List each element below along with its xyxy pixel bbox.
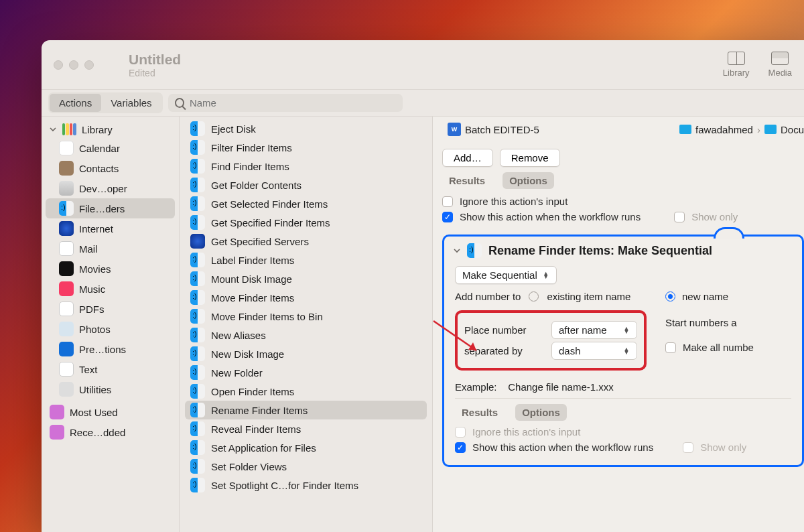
action-item[interactable]: Move Finder Items to Bin — [185, 307, 427, 326]
action-item[interactable]: Find Finder Items — [185, 157, 427, 176]
path-user[interactable]: fawadahmed — [695, 124, 753, 135]
disclosure-icon[interactable] — [50, 126, 56, 133]
action-label: Find Finder Items — [211, 161, 289, 172]
search-field[interactable] — [168, 94, 403, 112]
ignore-input-checkbox[interactable]: Ignore this action's input — [442, 196, 804, 207]
sidebar-item-music[interactable]: Music — [46, 279, 175, 299]
action-item[interactable]: Label Finder Items — [185, 251, 427, 269]
action-item[interactable]: Get Selected Finder Items — [185, 194, 427, 213]
action-item[interactable]: Filter Finder Items — [185, 138, 427, 157]
action-item[interactable]: Get Specified Finder Items — [185, 213, 427, 232]
highlight-box: Place number after name ▲▼ separated by — [455, 310, 647, 371]
checkbox-icon: ✓ — [455, 442, 466, 453]
tab-options[interactable]: Options — [503, 172, 554, 189]
sidebar-item-label: Utilities — [79, 384, 111, 395]
sidebar-item-label: Contacts — [79, 163, 119, 174]
sidebar-item-devoper[interactable]: Dev…oper — [46, 178, 175, 198]
action-item[interactable]: Rename Finder Items — [185, 401, 427, 419]
action-item[interactable]: Move Finder Items — [185, 288, 427, 307]
finder-icon — [190, 215, 205, 230]
sidebar-item-label: Text — [79, 364, 98, 375]
make-all-numbers-label[interactable]: Make all numbe — [683, 342, 754, 353]
remove-button[interactable]: Remove — [500, 149, 560, 167]
search-input[interactable] — [190, 97, 396, 109]
action-item[interactable]: Get Specified Servers — [185, 232, 427, 251]
checkbox-icon — [455, 427, 466, 438]
finder-icon — [467, 243, 482, 258]
tab-results[interactable]: Results — [455, 404, 505, 421]
show-when-run-checkbox[interactable]: Show this action when the workflow runs — [472, 442, 653, 453]
folder-icon — [50, 425, 64, 440]
action-item[interactable]: Get Folder Contents — [185, 176, 427, 194]
workflow-pane: W Batch EDITED-5 fawadahmed › Docu Add… … — [433, 117, 804, 532]
radio-existing-name[interactable] — [529, 291, 539, 302]
action-label: Set Application for Files — [211, 442, 316, 454]
sidebar-item-fileders[interactable]: File…ders — [46, 198, 175, 218]
segment-actions[interactable]: Actions — [50, 94, 101, 112]
show-when-run-checkbox[interactable]: Show this action when the workflow runs — [460, 211, 641, 222]
category-sidebar: Library CalendarContactsDev…operFile…der… — [42, 117, 180, 532]
sidebar-item-photos[interactable]: Photos — [46, 319, 175, 339]
sidebar-item-pdfs[interactable]: PDFs — [46, 299, 175, 319]
action-label: Rename Finder Items — [211, 405, 308, 416]
sidebar-item-text[interactable]: Text — [46, 359, 175, 379]
tab-options[interactable]: Options — [515, 404, 567, 421]
minimize-window-button[interactable] — [69, 60, 78, 70]
action-item[interactable]: Set Application for Files — [185, 438, 427, 457]
segment-variables[interactable]: Variables — [101, 94, 161, 112]
sidebar-item-mail[interactable]: Mail — [46, 239, 175, 259]
action-item[interactable]: Set Spotlight C…for Finder Items — [185, 476, 427, 494]
finder-icon — [190, 365, 205, 380]
sidebar-item-movies[interactable]: Movies — [46, 259, 175, 279]
sidebar-item-label: Movies — [79, 263, 111, 275]
action-item[interactable]: New Folder — [185, 363, 427, 382]
disclosure-icon[interactable] — [454, 247, 460, 254]
finder-icon — [190, 403, 205, 417]
separator-dropdown[interactable]: dash ▲▼ — [551, 342, 637, 360]
sidebar-item-internet[interactable]: Internet — [46, 218, 175, 239]
action-label: New Disk Image — [211, 348, 284, 360]
add-button[interactable]: Add… — [442, 149, 493, 167]
action-label: Reveal Finder Items — [211, 423, 301, 435]
sidebar-item-contacts[interactable]: Contacts — [46, 158, 175, 178]
media-button[interactable]: Media — [768, 52, 792, 78]
action-item[interactable]: Mount Disk Image — [185, 269, 427, 288]
radio-new-name[interactable] — [665, 291, 675, 302]
folder-icon — [764, 125, 777, 134]
action-item[interactable]: Reveal Finder Items — [185, 419, 427, 438]
category-icon — [59, 322, 74, 336]
action-label: Mount Disk Image — [211, 273, 292, 285]
rename-mode-dropdown[interactable]: Make Sequential ▲▼ — [455, 266, 557, 284]
sidebar-item-label: Music — [79, 283, 105, 295]
action-item[interactable]: Eject Disk — [185, 119, 427, 138]
finder-icon — [190, 196, 205, 211]
finder-icon — [190, 346, 205, 361]
example-label: Example: — [455, 381, 497, 393]
actions-variables-segment[interactable]: Actions Variables — [48, 92, 163, 113]
action-label: Move Finder Items — [211, 292, 294, 304]
action-item[interactable]: New Aliases — [185, 326, 427, 344]
sidebar-item-calendar[interactable]: Calendar — [46, 138, 175, 158]
library-toggle-button[interactable]: Library — [723, 52, 750, 78]
action-item[interactable]: Open Finder Items — [185, 382, 427, 401]
library-root[interactable]: Library — [46, 121, 175, 138]
action-item[interactable]: Set Folder Views — [185, 457, 427, 476]
sidebar-item-utilities[interactable]: Utilities — [46, 379, 175, 399]
finder-icon — [190, 121, 205, 136]
title-block: Untitled Edited — [129, 52, 181, 78]
sidebar-item-pretions[interactable]: Pre…tions — [46, 339, 175, 359]
sidebar-folder[interactable]: Most Used — [46, 402, 175, 422]
media-icon — [771, 52, 789, 65]
tab-results[interactable]: Results — [442, 172, 492, 189]
show-only-checkbox[interactable]: Show only — [691, 211, 738, 222]
selected-file-label: Batch EDITED-5 — [465, 124, 539, 135]
path-next[interactable]: Docu — [781, 124, 804, 135]
zoom-window-button[interactable] — [84, 60, 94, 70]
finder-icon — [190, 271, 205, 286]
sidebar-item-label: Calendar — [79, 143, 120, 154]
show-only-checkbox[interactable]: Show only — [700, 442, 746, 453]
action-item[interactable]: New Disk Image — [185, 344, 427, 363]
place-number-dropdown[interactable]: after name ▲▼ — [551, 321, 637, 339]
close-window-button[interactable] — [54, 60, 63, 70]
sidebar-folder[interactable]: Rece…dded — [46, 422, 175, 442]
